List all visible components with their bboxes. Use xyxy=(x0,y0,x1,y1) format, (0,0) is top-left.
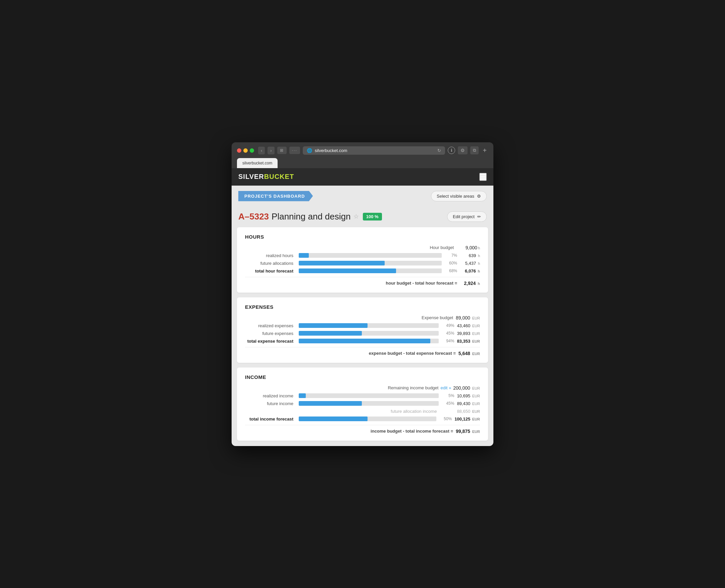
expenses-budget-label: Expense budget xyxy=(421,315,453,320)
pencil-icon: ✏ xyxy=(477,214,481,219)
remaining-budget-row: Remaining income budget edit » 200,000 E… xyxy=(245,385,480,391)
total-hour-forecast-label: total hour forecast xyxy=(245,269,299,274)
app-header: SILVERBUCKET ☰ xyxy=(232,168,493,186)
future-income-row: future income 45% 89,430 EUR xyxy=(245,401,480,406)
realized-expenses-label: realized expenses xyxy=(245,323,299,328)
forward-button[interactable]: › xyxy=(268,147,274,154)
future-allocations-bar-container xyxy=(299,261,442,266)
close-button[interactable] xyxy=(237,148,241,153)
future-allocation-income-row: future allocation income 88,650 EUR xyxy=(245,409,480,414)
income-divider xyxy=(245,425,480,425)
star-icon[interactable]: ☆ xyxy=(353,213,359,220)
realized-income-bar xyxy=(299,393,306,398)
future-expenses-bar-container xyxy=(299,331,439,336)
total-income-forecast-bar-container xyxy=(299,417,436,421)
total-expense-forecast-row: total expense forecast 94% 83,353 EUR xyxy=(245,339,480,344)
future-expenses-label: future expenses xyxy=(245,331,299,336)
realized-hours-value: 639 h xyxy=(460,253,480,258)
reload-icon[interactable]: ↻ xyxy=(437,148,441,153)
total-expense-forecast-bar xyxy=(299,339,430,343)
expenses-section: EXPENSES Expense budget 89,000 EUR reali… xyxy=(237,297,488,363)
realized-hours-label: realized hours xyxy=(245,253,299,258)
project-id: A–5323 xyxy=(238,211,269,222)
browser-window: ‹ › ⊞ ··· 🌐 silverbucket.com ↻ ℹ ⚙ ⧉ + s… xyxy=(232,142,493,446)
share-button[interactable]: ⧉ xyxy=(470,146,479,154)
realized-expenses-value: 43,460 EUR xyxy=(457,323,480,328)
total-hour-forecast-percent: 68% xyxy=(445,269,457,273)
gear-button[interactable]: ⚙ xyxy=(458,146,468,154)
income-section: INCOME Remaining income budget edit » 20… xyxy=(237,368,488,441)
income-formula-text: income budget - total income forecast = xyxy=(371,428,453,434)
future-allocation-income-label: future allocation income xyxy=(388,409,442,414)
select-visible-label: Select visible areas xyxy=(437,194,474,199)
remaining-label: Remaining income budget xyxy=(388,385,438,390)
income-title: INCOME xyxy=(245,374,480,380)
future-income-bar-container xyxy=(299,401,439,406)
hours-section: HOURS Hour budget 9,000h realized hours … xyxy=(237,227,488,293)
address-bar[interactable]: 🌐 silverbucket.com ↻ xyxy=(303,146,446,155)
future-income-value: 89,430 EUR xyxy=(457,401,480,406)
more-button[interactable]: ··· xyxy=(289,147,300,154)
settings-icon: ⚙ xyxy=(477,194,481,199)
expenses-budget-header: Expense budget 89,000 EUR xyxy=(245,315,480,320)
realized-expenses-bar xyxy=(299,323,368,328)
dashboard-title-badge: PROJECT'S DASHBOARD xyxy=(238,191,313,202)
expenses-formula-row: expense budget - total expense forecast … xyxy=(245,351,480,356)
project-title-group: A–5323 Planning and design ☆ 100 % xyxy=(238,211,382,222)
total-expense-forecast-bar-container xyxy=(299,339,439,343)
edit-project-button[interactable]: Edit project ✏ xyxy=(447,211,487,222)
future-allocations-percent: 60% xyxy=(445,261,457,266)
realized-income-row: realized income 5% 10,695 EUR xyxy=(245,393,480,398)
sections-wrapper: HOURS Hour budget 9,000h realized hours … xyxy=(232,227,493,446)
new-tab-button[interactable]: + xyxy=(481,147,488,154)
future-income-bar xyxy=(299,401,362,406)
minimize-button[interactable] xyxy=(243,148,248,153)
hours-title: HOURS xyxy=(245,234,480,239)
future-income-percent: 45% xyxy=(442,401,454,406)
project-title-row: A–5323 Planning and design ☆ 100 % Edit … xyxy=(232,207,493,227)
tab-label: silverbucket.com xyxy=(242,161,272,165)
total-income-forecast-percent: 50% xyxy=(440,417,452,421)
edit-project-label: Edit project xyxy=(453,214,475,219)
traffic-lights xyxy=(237,148,254,153)
logo: SILVERBUCKET xyxy=(238,173,294,181)
total-income-forecast-label: total income forecast xyxy=(245,417,299,422)
hours-budget-label: Hour budget xyxy=(430,245,454,250)
realized-hours-bar-container xyxy=(299,253,442,258)
browser-tabs: silverbucket.com xyxy=(237,158,488,168)
realized-expenses-bar-container xyxy=(299,323,439,328)
titlebar: ‹ › ⊞ ··· 🌐 silverbucket.com ↻ ℹ ⚙ ⧉ + xyxy=(237,146,488,155)
future-expenses-row: future expenses 45% 39,893 EUR xyxy=(245,331,480,336)
future-expenses-value: 39,893 EUR xyxy=(457,331,480,336)
maximize-button[interactable] xyxy=(250,148,254,153)
future-income-label: future income xyxy=(245,401,299,406)
edit-income-budget-link[interactable]: edit » xyxy=(440,385,451,390)
expenses-title: EXPENSES xyxy=(245,304,480,310)
future-allocations-bar xyxy=(299,261,385,266)
hours-formula-result: 2,924 h xyxy=(460,280,480,286)
future-allocations-label: future allocations xyxy=(245,261,299,266)
total-income-forecast-row: total income forecast 50% 100,125 EUR xyxy=(245,417,480,422)
total-hour-forecast-value: 6,076 h xyxy=(460,269,480,274)
hours-budget-header: Hour budget 9,000h xyxy=(245,245,480,250)
total-expense-forecast-label: total expense forecast xyxy=(245,339,299,344)
realized-hours-percent: 7% xyxy=(445,253,457,258)
realized-income-value: 10,695 EUR xyxy=(457,393,480,398)
income-formula-result: 99,875 EUR xyxy=(456,428,480,434)
income-budget-value: 200,000 EUR xyxy=(453,385,480,391)
back-button[interactable]: ‹ xyxy=(258,147,265,154)
future-allocation-income-value: 88,650 EUR xyxy=(457,409,480,414)
select-visible-areas-button[interactable]: Select visible areas ⚙ xyxy=(431,191,487,202)
expenses-budget-value: 89,000 EUR xyxy=(456,315,480,320)
info-icon[interactable]: ℹ xyxy=(448,147,455,154)
url-text: silverbucket.com xyxy=(315,148,435,153)
realized-income-bar-container xyxy=(299,393,439,398)
future-expenses-percent: 45% xyxy=(442,331,454,336)
realized-expenses-row: realized expenses 49% 43,460 EUR xyxy=(245,323,480,328)
hours-formula-text: hour budget - total hour forecast = xyxy=(386,280,457,286)
browser-chrome: ‹ › ⊞ ··· 🌐 silverbucket.com ↻ ℹ ⚙ ⧉ + s… xyxy=(232,142,493,168)
hamburger-menu-button[interactable]: ☰ xyxy=(479,173,487,181)
tab-bar-toggle-button[interactable]: ⊞ xyxy=(277,147,287,154)
dashboard-header: PROJECT'S DASHBOARD Select visible areas… xyxy=(232,186,493,207)
active-tab[interactable]: silverbucket.com xyxy=(237,158,277,168)
